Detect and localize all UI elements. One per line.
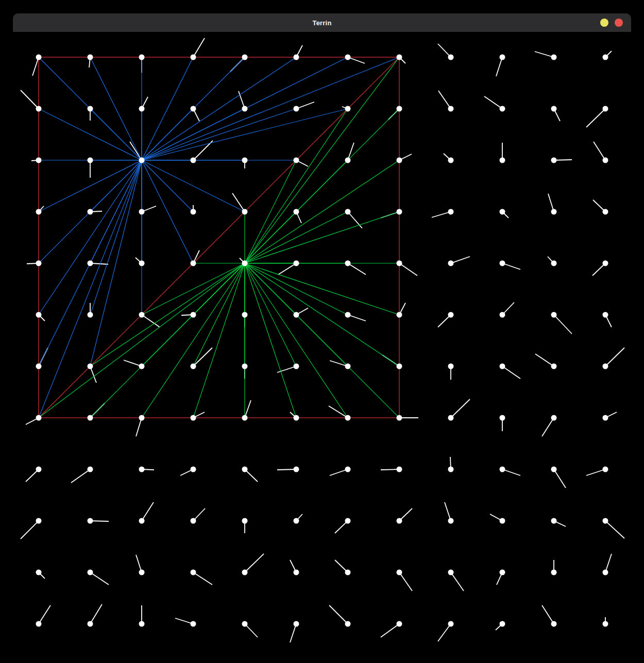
grid-point (345, 312, 351, 318)
grid-point (551, 158, 557, 163)
grid-point (500, 415, 505, 421)
grid-point (500, 261, 505, 266)
grid-point (345, 518, 351, 524)
grid-point (139, 570, 145, 575)
grid-point (191, 570, 196, 575)
grid-point (36, 570, 42, 575)
grid-point (294, 209, 299, 215)
grid-point (191, 364, 196, 369)
grid-point (242, 570, 248, 575)
grid-point (551, 621, 557, 627)
grid-point (448, 158, 454, 163)
grid-point (603, 518, 608, 524)
grid-point (397, 364, 402, 369)
grid-point (551, 364, 557, 369)
grid-point (345, 415, 351, 421)
grid-point (448, 570, 454, 575)
grid-point (345, 570, 351, 575)
grid-point (242, 518, 248, 524)
grid-point (551, 106, 557, 112)
grid-point (191, 261, 196, 266)
grid-point (294, 518, 299, 524)
grid-point (294, 55, 299, 60)
grid-point (397, 261, 402, 266)
grid-point (88, 261, 93, 266)
grid-point (191, 518, 196, 524)
grid-point (294, 261, 299, 266)
grid-point (603, 312, 608, 318)
window-titlebar: Terrin (13, 13, 631, 32)
grid-point (397, 467, 402, 472)
window-controls (600, 13, 623, 32)
grid-point (88, 364, 93, 369)
grid-point (88, 518, 93, 524)
grid-point (88, 467, 93, 472)
grid-point (551, 55, 557, 60)
grid-point (139, 261, 145, 266)
grid-point (139, 55, 145, 60)
grid-point (551, 209, 557, 215)
grid-point (242, 312, 248, 318)
grid-point (397, 209, 402, 215)
grid-point (448, 55, 454, 60)
grid-point (139, 209, 145, 215)
grid-point (242, 106, 248, 112)
grid-point (345, 158, 351, 163)
grid-point (191, 158, 196, 163)
grid-point (294, 364, 299, 369)
grid-point (345, 106, 351, 112)
grid-point (345, 55, 351, 60)
grid-point (397, 106, 402, 112)
grid-point (603, 158, 608, 163)
grid-point (242, 467, 248, 472)
grid-point (242, 209, 248, 215)
grid-point (294, 415, 299, 421)
grid-point (603, 621, 608, 627)
grid-point (397, 621, 402, 627)
grid-point (139, 106, 145, 112)
grid-point (88, 158, 93, 163)
grid-point (88, 415, 93, 421)
app-window: Terrin (0, 0, 644, 663)
grid-point (242, 415, 248, 421)
grid-point (551, 261, 557, 266)
grid-point (500, 312, 505, 318)
grid-point (603, 106, 608, 112)
grid-point (191, 621, 196, 627)
grid-point (345, 621, 351, 627)
grid-point (551, 467, 557, 472)
minimize-button[interactable] (600, 19, 608, 27)
grid-point (603, 415, 608, 421)
grid-point (88, 621, 93, 627)
close-button[interactable] (615, 19, 623, 27)
grid-point (36, 312, 42, 318)
grid-point (397, 55, 402, 60)
grid-point (500, 158, 505, 163)
grid-point (448, 415, 454, 421)
grid-point (242, 364, 248, 369)
grid-point (191, 106, 196, 112)
grid-point (191, 415, 196, 421)
grid-point (191, 467, 196, 472)
grid-point (36, 518, 42, 524)
grid-point (139, 415, 145, 421)
grid-point (294, 467, 299, 472)
grid-point (345, 261, 351, 266)
grid-point (448, 364, 454, 369)
grid-point (551, 518, 557, 524)
grid-point (603, 364, 608, 369)
grid-point (345, 467, 351, 472)
grid-point (242, 621, 248, 627)
grid-point (139, 312, 145, 318)
grid-point (191, 209, 196, 215)
grid-point (36, 364, 42, 369)
grid-point (397, 312, 402, 318)
grid-point (139, 518, 145, 524)
grid-point (551, 570, 557, 575)
grid-point (345, 364, 351, 369)
grid-point (88, 106, 93, 112)
grid-point (191, 312, 196, 318)
grid-point (603, 261, 608, 266)
grid-point (294, 312, 299, 318)
grid-point (139, 621, 145, 627)
